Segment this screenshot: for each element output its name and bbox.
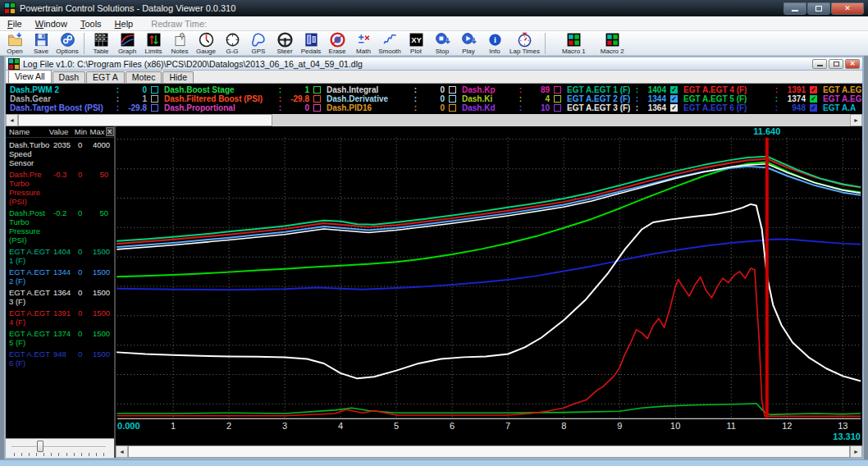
legend-col-name[interactable]: Name — [9, 127, 49, 136]
close-button[interactable]: ✕ — [831, 2, 864, 15]
slider-thumb[interactable] — [37, 441, 43, 452]
param-value: -29.8 — [121, 103, 147, 112]
toolbar-button-math[interactable]: Math — [350, 32, 377, 55]
legend-row[interactable]: Dash.Pre Turbo Pressure (PSI)-0.3050 — [9, 169, 114, 208]
legend-row[interactable]: EGT A.EGT 1 (F)140401500 — [9, 246, 114, 267]
toolbar-button-open[interactable]: Open — [2, 32, 28, 55]
scrollbar-thumb[interactable] — [18, 114, 272, 126]
toolbar-button-graph[interactable]: Graph — [114, 32, 140, 55]
param-checkbox-checked[interactable]: ✓ — [810, 95, 817, 103]
legend-row[interactable]: EGT A.EGT 3 (F)136401500 — [9, 287, 114, 308]
toolbar-button-gauge[interactable]: Gauge — [193, 32, 219, 55]
toolbar-button-table[interactable]: Table — [88, 32, 114, 55]
toolbar-button-pedals[interactable]: Pedals — [298, 32, 324, 55]
param-checkbox[interactable] — [449, 86, 456, 94]
toolbar-button-label: Stop — [436, 48, 449, 55]
param-checkbox[interactable] — [449, 104, 456, 112]
menu-window[interactable]: Window — [35, 19, 67, 29]
scroll-left-icon[interactable]: ◄ — [6, 114, 18, 126]
param-checkbox[interactable] — [151, 86, 158, 94]
toolbar-button-lap-times[interactable]: Lap Times — [508, 32, 541, 55]
chart-scroll-right-icon[interactable]: ► — [850, 445, 862, 458]
toolbar-button-label: Erase — [329, 48, 346, 55]
param-checkbox-checked[interactable]: ✓ — [670, 95, 678, 103]
param-value: 0 — [418, 103, 445, 112]
param-checkbox[interactable] — [554, 104, 561, 112]
legend-row[interactable]: EGT A.EGT 2 (F)134401500 — [9, 267, 114, 287]
log-minimize-button[interactable] — [812, 59, 827, 69]
toolbar-button-save[interactable]: Save — [28, 32, 54, 55]
slider-ticks — [14, 453, 104, 456]
toolbar-button-smooth[interactable]: Smooth — [377, 32, 403, 55]
toolbar-button-erase[interactable]: Erase — [324, 32, 350, 55]
toolbar-button-notes[interactable]: Notes — [167, 32, 193, 55]
param-name: Dash.PWM 2 — [10, 85, 59, 94]
toolbar-button-gps[interactable]: GPS — [245, 32, 272, 55]
toolbar-button-plot[interactable]: XYPlot — [403, 32, 429, 55]
legend-name: EGT A.EGT 2 (F) — [9, 267, 53, 286]
toolbar-button-options[interactable]: Options — [54, 32, 80, 55]
tab-view-all[interactable]: View All — [8, 70, 52, 83]
legend-col-min[interactable]: Min — [75, 127, 90, 136]
param-checkbox[interactable] — [313, 95, 321, 103]
toolbar-button-macro-1[interactable]: Macro 1 — [560, 32, 587, 55]
param-checkbox-checked[interactable]: ✓ — [670, 104, 678, 112]
legend-row[interactable]: EGT A.EGT 5 (F)137401500 — [9, 328, 114, 349]
scroll-right-icon[interactable]: ► — [850, 114, 862, 126]
tab-hide[interactable]: Hide — [162, 71, 194, 83]
scrollbar-track[interactable] — [272, 114, 850, 126]
param-cell: Dash.Proportional:0 — [164, 103, 327, 112]
legend-row[interactable]: EGT A.EGT 4 (F)139101500 — [9, 308, 114, 328]
param-checkbox[interactable] — [313, 86, 321, 94]
param-checkbox[interactable] — [313, 104, 321, 112]
param-value: -29.8 — [283, 94, 309, 103]
legend-col-value[interactable]: Value — [49, 127, 75, 136]
chart-svg[interactable]: 11.640123456789101112130.00013.310 — [116, 126, 862, 445]
minimize-button[interactable] — [783, 2, 806, 15]
param-checkbox[interactable] — [554, 95, 561, 103]
toolbar-button-limits[interactable]: Limits — [140, 32, 167, 55]
legend-value: 1364 — [53, 288, 78, 306]
menu-tools[interactable]: Tools — [80, 19, 102, 29]
toolbar-button-info[interactable]: iInfo — [482, 32, 508, 55]
chart-scroll-left-icon[interactable]: ◄ — [116, 445, 128, 458]
legend-row[interactable]: EGT A.EGT 6 (F)94801500 — [9, 349, 114, 369]
maximize-button[interactable] — [807, 2, 830, 15]
log-close-button[interactable]: ✕ — [845, 59, 860, 69]
param-cell: Dash.PWM 2:0 — [10, 85, 164, 94]
toolbar-button-stop[interactable]: Stop — [429, 32, 455, 55]
chart-scrollbar-thumb[interactable] — [128, 445, 850, 458]
param-checkbox[interactable] — [449, 95, 456, 103]
toolbar-button-play[interactable]: Play — [455, 32, 482, 55]
param-colon: : — [413, 103, 418, 112]
tab-egt-a[interactable]: EGT A — [86, 71, 125, 83]
param-checkbox[interactable] — [151, 104, 158, 112]
param-checkbox-checked[interactable]: ✓ — [670, 86, 678, 94]
menu-help[interactable]: Help — [115, 19, 134, 29]
log-maximize-button[interactable] — [829, 59, 843, 69]
toolbar-button-macro-2[interactable]: Macro 2 — [599, 32, 626, 55]
menu-file[interactable]: File — [7, 19, 22, 29]
slider-track[interactable] — [11, 446, 106, 448]
param-checkbox-checked[interactable]: ✓ — [810, 86, 817, 94]
param-colon: : — [115, 85, 121, 94]
toolbar-button-label: Plot — [410, 48, 422, 55]
param-checkbox-checked[interactable]: ✓ — [810, 104, 817, 112]
param-checkbox[interactable] — [151, 95, 158, 103]
legend-close-button[interactable]: X — [106, 127, 114, 136]
legend-row[interactable]: Dash.Post Turbo Pressure (PSI)-0.2050 — [9, 208, 114, 246]
toolbar-button-steer[interactable]: Steer — [272, 32, 298, 55]
datalog-chart[interactable]: 11.640123456789101112130.00013.310 — [116, 126, 862, 445]
chart-scrollbar[interactable]: ◄ ► — [116, 445, 862, 458]
tab-dash[interactable]: Dash — [53, 71, 86, 83]
legend-row[interactable]: Dash.Turbo Speed Sensor203504000 — [9, 139, 114, 169]
toolbar-button-g-g[interactable]: G-G — [219, 32, 245, 55]
cursor-label: 11.640 — [753, 126, 780, 136]
parameter-scrollbar[interactable]: ◄ ► — [6, 114, 862, 126]
param-checkbox[interactable] — [554, 86, 561, 94]
legend-name: EGT A.EGT 3 (F) — [9, 288, 53, 306]
legend-col-max[interactable]: Max — [90, 127, 104, 136]
tab-motec[interactable]: Motec — [126, 71, 162, 83]
param-name: EGT A.EGT 2 (F) — [567, 94, 630, 103]
time-slider[interactable] — [6, 438, 114, 458]
